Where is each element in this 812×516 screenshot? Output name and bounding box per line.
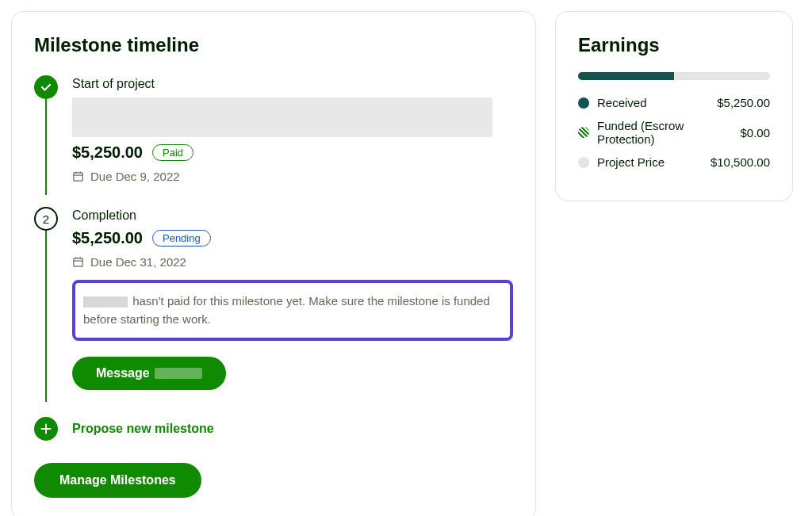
dot-icon-received bbox=[578, 97, 589, 109]
earnings-row-funded: Funded (Escrow Protection) $0.00 bbox=[578, 119, 770, 146]
due-text: Due Dec 9, 2022 bbox=[90, 170, 180, 183]
redacted-description bbox=[72, 97, 492, 137]
plus-icon[interactable] bbox=[34, 417, 58, 441]
earnings-value: $5,250.00 bbox=[717, 96, 770, 109]
svg-rect-4 bbox=[74, 258, 82, 266]
milestone-due-date: Due Dec 31, 2022 bbox=[72, 255, 513, 269]
earnings-title: Earnings bbox=[578, 34, 770, 56]
dot-icon-funded bbox=[578, 127, 589, 138]
earnings-row-price: Project Price $10,500.00 bbox=[578, 155, 770, 169]
earnings-label: Funded (Escrow Protection) bbox=[597, 119, 740, 146]
redacted-client-name bbox=[155, 368, 202, 379]
propose-milestone-row[interactable]: Propose new milestone bbox=[34, 414, 513, 441]
progress-fill bbox=[578, 72, 674, 80]
earnings-value: $10,500.00 bbox=[710, 155, 770, 169]
timeline-title: Milestone timeline bbox=[34, 34, 513, 56]
milestone-name: Completion bbox=[72, 208, 513, 223]
checkmark-icon bbox=[34, 75, 58, 99]
earnings-label: Received bbox=[597, 96, 647, 109]
due-text: Due Dec 31, 2022 bbox=[90, 255, 186, 269]
status-badge-pending: Pending bbox=[152, 230, 211, 247]
manage-milestones-button[interactable]: Manage Milestones bbox=[34, 463, 201, 498]
earnings-card: Earnings Received $5,250.00 Funded (Escr… bbox=[555, 11, 793, 201]
milestone-item: Start of project $5,250.00 Paid bbox=[34, 75, 513, 207]
message-button[interactable]: Message bbox=[72, 357, 226, 390]
earnings-progress-bar bbox=[578, 72, 770, 80]
warning-text: hasn't paid for this milestone yet. Make… bbox=[83, 292, 502, 328]
milestone-amount: $5,250.00 bbox=[72, 143, 143, 162]
earnings-row-received: Received $5,250.00 bbox=[578, 96, 770, 109]
milestone-due-date: Due Dec 9, 2022 bbox=[72, 170, 513, 183]
step-number-icon: 2 bbox=[34, 207, 58, 231]
calendar-icon bbox=[72, 170, 84, 182]
calendar-icon bbox=[72, 256, 84, 268]
timeline: Start of project $5,250.00 Paid bbox=[34, 75, 513, 441]
earnings-value: $0.00 bbox=[740, 126, 770, 140]
milestone-amount: $5,250.00 bbox=[72, 229, 143, 247]
status-badge-paid: Paid bbox=[152, 144, 193, 161]
propose-milestone-link[interactable]: Propose new milestone bbox=[58, 422, 214, 436]
milestone-item: 2 Completion $5,250.00 Pending bbox=[34, 207, 513, 414]
earnings-label: Project Price bbox=[597, 155, 665, 169]
milestone-name: Start of project bbox=[72, 77, 513, 91]
dot-icon-price bbox=[578, 157, 589, 168]
warning-highlight-box: hasn't paid for this milestone yet. Make… bbox=[72, 280, 513, 341]
redacted-client-name bbox=[83, 296, 128, 308]
milestone-timeline-card: Milestone timeline Start of project bbox=[11, 11, 536, 516]
svg-rect-0 bbox=[74, 173, 82, 181]
